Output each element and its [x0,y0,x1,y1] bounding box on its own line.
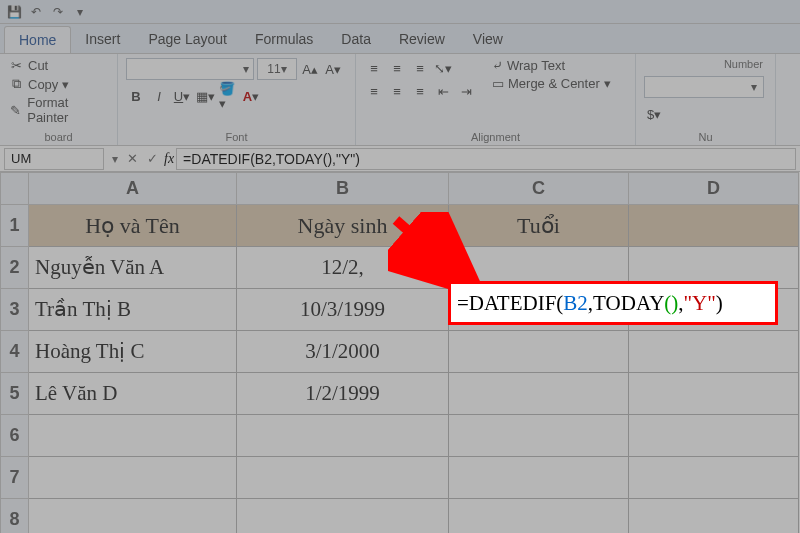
cell-B6[interactable] [237,415,449,457]
align-middle-button[interactable]: ≡ [387,58,407,78]
font-size-combo[interactable]: 11▾ [257,58,297,80]
copy-icon: ⧉ [8,76,24,92]
cell-D5[interactable] [629,373,799,415]
name-box[interactable]: UM [4,148,104,170]
select-all-corner[interactable] [1,173,29,205]
tab-home[interactable]: Home [4,26,71,53]
shrink-font-button[interactable]: A▾ [323,59,343,79]
orientation-button[interactable]: ⤡▾ [433,58,453,78]
number-group-label: Nu [644,129,767,143]
cut-button[interactable]: ✂Cut [8,58,109,73]
enter-formula-button[interactable]: ✓ [142,151,162,166]
font-name-combo[interactable]: ▾ [126,58,254,80]
merge-center-button[interactable]: ▭Merge & Center▾ [492,76,611,91]
tab-formulas[interactable]: Formulas [241,26,327,53]
save-icon[interactable]: 💾 [6,4,22,20]
formula-input[interactable]: =DATEDIF(B2,TODAY(),"Y") [176,148,796,170]
group-font: ▾ 11▾ A▴ A▾ B I U▾ ▦▾ 🪣▾ A▾ Font [118,54,356,145]
row-header-3[interactable]: 3 [1,289,29,331]
decrease-indent-button[interactable]: ⇤ [433,81,453,101]
row-header-7[interactable]: 7 [1,457,29,499]
tab-page-layout[interactable]: Page Layout [134,26,241,53]
align-left-button[interactable]: ≡ [364,81,384,101]
alignment-group-label: Alignment [364,129,627,143]
column-header-A[interactable]: A [29,173,237,205]
cell-D4[interactable] [629,331,799,373]
align-center-button[interactable]: ≡ [387,81,407,101]
merge-label: Merge & Center [508,76,600,91]
fill-color-button[interactable]: 🪣▾ [218,86,238,106]
undo-icon[interactable]: ↶ [28,4,44,20]
cell-A2[interactable]: Nguyễn Văn A [29,247,237,289]
cut-label: Cut [28,58,48,73]
currency-button[interactable]: $▾ [644,104,664,124]
clipboard-group-label: board [8,129,109,143]
format-painter-button[interactable]: ✎Format Painter [8,95,109,125]
tab-review[interactable]: Review [385,26,459,53]
cell-B8[interactable] [237,499,449,534]
format-painter-label: Format Painter [27,95,109,125]
bold-button[interactable]: B [126,86,146,106]
copy-label: Copy [28,77,58,92]
tab-insert[interactable]: Insert [71,26,134,53]
name-box-dropdown[interactable]: ▾ [108,152,122,166]
row-header-4[interactable]: 4 [1,331,29,373]
cell-B7[interactable] [237,457,449,499]
cell-A4[interactable]: Hoàng Thị C [29,331,237,373]
cell-C6[interactable] [449,415,629,457]
underline-button[interactable]: U▾ [172,86,192,106]
cell-D6[interactable] [629,415,799,457]
row-header-8[interactable]: 8 [1,499,29,534]
group-alignment: ≡ ≡ ≡ ⤡▾ ≡ ≡ ≡ ⇤ ⇥ ⤶Wrap Text ▭Merge & C… [356,54,636,145]
ribbon-tabs: HomeInsertPage LayoutFormulasDataReviewV… [0,24,800,54]
cell-C4[interactable] [449,331,629,373]
cell-B4[interactable]: 3/1/2000 [237,331,449,373]
cell-A7[interactable] [29,457,237,499]
cell-C7[interactable] [449,457,629,499]
cell-A6[interactable] [29,415,237,457]
fx-icon[interactable]: fx [162,151,176,167]
cell-A1[interactable]: Họ và Tên [29,205,237,247]
column-header-C[interactable]: C [449,173,629,205]
ribbon: ✂Cut ⧉Copy▾ ✎Format Painter board ▾ 11▾ … [0,54,800,146]
italic-button[interactable]: I [149,86,169,106]
number-format-combo[interactable]: ▾ [644,76,764,98]
cancel-formula-button[interactable]: ✕ [122,151,142,166]
group-clipboard: ✂Cut ⧉Copy▾ ✎Format Painter board [0,54,118,145]
copy-button[interactable]: ⧉Copy▾ [8,76,109,92]
cell-A8[interactable] [29,499,237,534]
row-header-2[interactable]: 2 [1,247,29,289]
cell-D7[interactable] [629,457,799,499]
redo-icon[interactable]: ↷ [50,4,66,20]
grow-font-button[interactable]: A▴ [300,59,320,79]
border-button[interactable]: ▦▾ [195,86,215,106]
wrap-text-button[interactable]: ⤶Wrap Text [492,58,611,73]
number-title: Number [644,58,767,70]
align-top-button[interactable]: ≡ [364,58,384,78]
editing-cell-overlay[interactable]: =DATEDIF(B2,TODAY(),"Y") [448,281,778,325]
column-header-D[interactable]: D [629,173,799,205]
cell-A5[interactable]: Lê Văn D [29,373,237,415]
column-header-B[interactable]: B [237,173,449,205]
align-right-button[interactable]: ≡ [410,81,430,101]
cell-C8[interactable] [449,499,629,534]
scissors-icon: ✂ [8,58,24,73]
cell-D1[interactable] [629,205,799,247]
row-header-1[interactable]: 1 [1,205,29,247]
cell-A3[interactable]: Trần Thị B [29,289,237,331]
cell-B5[interactable]: 1/2/1999 [237,373,449,415]
font-color-button[interactable]: A▾ [241,86,261,106]
wrap-icon: ⤶ [492,58,503,73]
tab-data[interactable]: Data [327,26,385,53]
row-header-5[interactable]: 5 [1,373,29,415]
brush-icon: ✎ [8,103,23,118]
svg-line-0 [396,220,474,288]
cell-C5[interactable] [449,373,629,415]
tab-view[interactable]: View [459,26,517,53]
align-bottom-button[interactable]: ≡ [410,58,430,78]
row-header-6[interactable]: 6 [1,415,29,457]
cell-D8[interactable] [629,499,799,534]
wrap-text-label: Wrap Text [507,58,565,73]
qat-more-icon[interactable]: ▾ [72,4,88,20]
increase-indent-button[interactable]: ⇥ [456,81,476,101]
